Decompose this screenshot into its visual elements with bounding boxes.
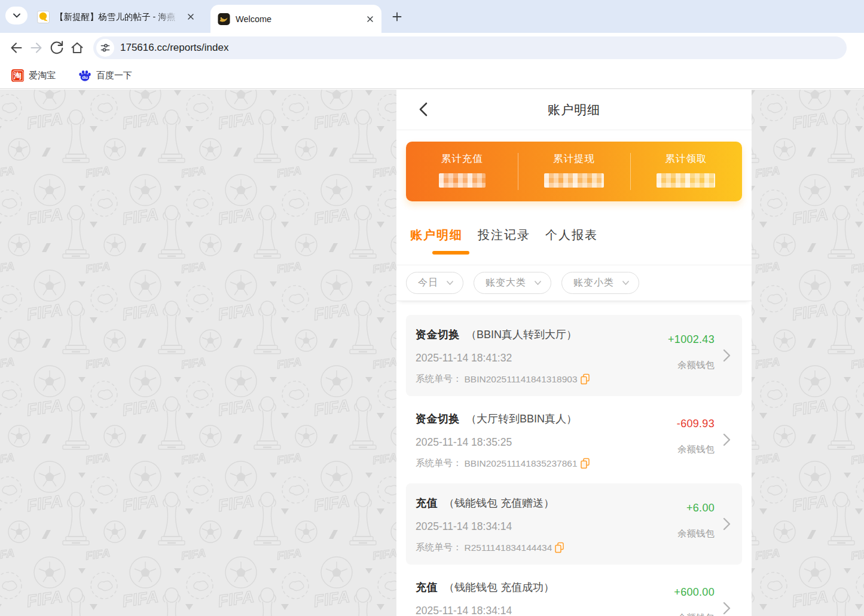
transaction-amounts: -609.93 余额钱包 bbox=[637, 412, 715, 480]
filter-label: 今日 bbox=[418, 277, 438, 289]
taobao-icon: 淘 bbox=[11, 69, 24, 82]
address-bar[interactable]: 175616.cc/reports/index bbox=[93, 36, 847, 59]
transaction-detail: （钱能钱包 充值成功） bbox=[444, 580, 554, 594]
site-settings-button[interactable] bbox=[96, 39, 114, 57]
welcome-favicon-icon bbox=[218, 13, 230, 25]
order-label: 系统单号： bbox=[416, 373, 462, 385]
transaction-time: 2025-11-14 18:35:25 bbox=[416, 436, 637, 449]
bookmark-label: 爱淘宝 bbox=[29, 70, 56, 81]
browser-window: 【新提醒】杨雪儿的帖子 - 海燕 Welcome bbox=[0, 0, 864, 616]
svg-text:du: du bbox=[82, 75, 88, 80]
row-chevron-icon[interactable] bbox=[722, 348, 731, 365]
tab-title: Welcome bbox=[236, 14, 359, 24]
transaction-time: 2025-11-14 18:34:14 bbox=[416, 520, 637, 533]
page-background: FIFA FIFA FIFA 账户明细 累计充值 bbox=[0, 90, 864, 616]
browser-toolbar: 175616.cc/reports/index bbox=[0, 33, 864, 63]
filter-dropdown[interactable]: 账变小类 bbox=[561, 272, 639, 294]
summary-label: 累计提现 bbox=[518, 152, 630, 166]
transaction-row[interactable]: 资金切换 （大厅转到BBIN真人） 2025-11-14 18:35:25 系统… bbox=[406, 399, 742, 480]
chevron-down-icon bbox=[621, 278, 630, 287]
transaction-detail: （BBIN真人转到大厅） bbox=[466, 327, 577, 342]
transaction-list: 资金切换 （BBIN真人转到大厅） 2025-11-14 18:41:32 系统… bbox=[396, 301, 752, 616]
tab-strip: 【新提醒】杨雪儿的帖子 - 海燕 Welcome bbox=[0, 0, 864, 33]
transaction-info: 充值 （钱能钱包 充值成功） 2025-11-14 18:34:14 系统单号： bbox=[416, 580, 637, 616]
new-tab-button[interactable] bbox=[389, 8, 405, 25]
transaction-type: 资金切换 bbox=[416, 327, 460, 342]
amount-value: +1002.43 bbox=[637, 333, 715, 346]
forward-arrow-icon bbox=[29, 40, 44, 56]
bookmarks-bar: 淘 爱淘宝 du 百度一下 bbox=[0, 63, 864, 89]
tune-icon bbox=[99, 42, 111, 54]
filter-label: 账变小类 bbox=[573, 277, 614, 289]
transaction-detail: （大厅转到BBIN真人） bbox=[466, 412, 577, 426]
home-icon bbox=[69, 40, 85, 56]
order-number: BBIN202511141841318903 bbox=[465, 374, 578, 385]
active-tab-underline bbox=[432, 251, 469, 255]
row-chevron-icon[interactable] bbox=[722, 433, 731, 449]
transaction-type: 充值 bbox=[416, 496, 438, 510]
transaction-row[interactable]: 充值 （钱能钱包 充值成功） 2025-11-14 18:34:14 系统单号： bbox=[406, 568, 742, 616]
chevron-down-icon bbox=[11, 10, 22, 21]
tab-title: 【新提醒】杨雪儿的帖子 - 海燕 bbox=[55, 11, 180, 23]
copy-icon[interactable] bbox=[554, 542, 564, 553]
reload-button[interactable] bbox=[47, 38, 67, 58]
transaction-info: 资金切换 （BBIN真人转到大厅） 2025-11-14 18:41:32 系统… bbox=[416, 327, 637, 396]
report-tabs: 账户明细 投注记录 个人报表 bbox=[396, 201, 752, 243]
back-chevron-icon bbox=[417, 100, 430, 118]
back-button[interactable] bbox=[412, 98, 435, 121]
report-tab[interactable]: 个人报表 bbox=[545, 227, 598, 243]
transaction-time: 2025-11-14 18:41:32 bbox=[416, 352, 637, 364]
transaction-detail: （钱能钱包 充值赠送） bbox=[444, 496, 554, 510]
plus-icon bbox=[392, 12, 402, 22]
masked-amount bbox=[657, 173, 715, 188]
browser-tab-welcome[interactable]: Welcome bbox=[210, 5, 381, 33]
row-chevron-icon[interactable] bbox=[722, 517, 731, 534]
bookmark-label: 百度一下 bbox=[96, 70, 132, 81]
filter-bar: 今日 账变大类 账变小类 bbox=[396, 265, 752, 301]
forward-nav-button[interactable] bbox=[26, 38, 47, 58]
page-title: 账户明细 bbox=[548, 102, 600, 118]
transaction-row[interactable]: 资金切换 （BBIN真人转到大厅） 2025-11-14 18:41:32 系统… bbox=[406, 315, 742, 396]
transaction-time: 2025-11-14 18:34:14 bbox=[416, 605, 637, 616]
browser-tab-forum[interactable]: 【新提醒】杨雪儿的帖子 - 海燕 bbox=[30, 5, 202, 28]
back-arrow-icon bbox=[8, 40, 24, 56]
tab-search-button[interactable] bbox=[5, 7, 28, 24]
chevron-down-icon bbox=[445, 278, 454, 287]
order-number: R2511141834144434 bbox=[465, 543, 552, 553]
transaction-info: 资金切换 （大厅转到BBIN真人） 2025-11-14 18:35:25 系统… bbox=[416, 412, 637, 480]
close-tab-icon[interactable] bbox=[365, 14, 375, 24]
report-tab[interactable]: 投注记录 bbox=[478, 227, 530, 243]
transaction-info: 充值 （钱能钱包 充值赠送） 2025-11-14 18:34:14 系统单号：… bbox=[416, 496, 637, 565]
transaction-type: 充值 bbox=[416, 580, 438, 594]
order-label: 系统单号： bbox=[416, 541, 462, 554]
filter-label: 账变大类 bbox=[486, 277, 526, 289]
summary-label: 累计充值 bbox=[406, 152, 518, 166]
copy-icon[interactable] bbox=[580, 373, 590, 385]
transaction-amounts: +6.00 余额钱包 bbox=[637, 496, 715, 565]
amount-value: -609.93 bbox=[637, 418, 715, 430]
transaction-type: 资金切换 bbox=[416, 412, 460, 426]
report-tab[interactable]: 账户明细 bbox=[410, 227, 463, 243]
summary-column: 累计充值 bbox=[406, 142, 518, 201]
filter-dropdown[interactable]: 账变大类 bbox=[474, 272, 551, 294]
home-button[interactable] bbox=[67, 38, 87, 58]
summary-label: 累计领取 bbox=[630, 152, 742, 166]
summary-column: 累计领取 bbox=[630, 142, 742, 201]
bookmark-taobao[interactable]: 淘 爱淘宝 bbox=[8, 67, 59, 84]
transaction-row[interactable]: 充值 （钱能钱包 充值赠送） 2025-11-14 18:34:14 系统单号：… bbox=[406, 483, 742, 565]
close-tab-icon[interactable] bbox=[185, 11, 196, 22]
transaction-amounts: +1002.43 余额钱包 bbox=[637, 327, 715, 396]
row-chevron-icon[interactable] bbox=[722, 601, 731, 616]
chevron-down-icon bbox=[533, 278, 542, 287]
amount-value: +6.00 bbox=[637, 502, 715, 514]
bookmark-baidu[interactable]: du 百度一下 bbox=[75, 67, 136, 85]
masked-amount bbox=[439, 173, 486, 188]
filter-dropdown[interactable]: 今日 bbox=[406, 272, 463, 294]
transaction-amounts: +600.00 余额钱包 bbox=[637, 580, 715, 616]
url-text: 175616.cc/reports/index bbox=[120, 42, 228, 54]
summary-card: 累计充值 累计提现 累计领取 bbox=[406, 142, 742, 201]
wallet-label: 余额钱包 bbox=[637, 359, 715, 372]
reload-icon bbox=[49, 40, 65, 56]
back-nav-button[interactable] bbox=[6, 38, 26, 58]
copy-icon[interactable] bbox=[580, 458, 590, 469]
